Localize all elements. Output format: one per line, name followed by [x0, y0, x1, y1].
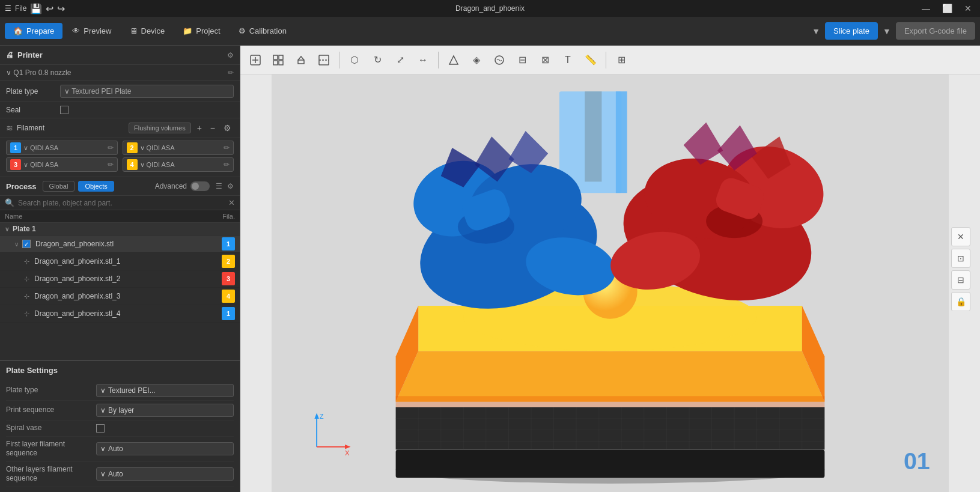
scene-svg: Z X 01: [240, 74, 980, 492]
support-button[interactable]: [443, 50, 464, 70]
measure-button[interactable]: 📏: [580, 50, 601, 70]
toggle-knob: [192, 183, 199, 190]
project-tab[interactable]: 📁 Project: [174, 23, 228, 39]
tree-row-part2[interactable]: ⊹ Dragon_and_phoenix.stl_2 3: [0, 270, 240, 288]
tree-row-part4[interactable]: ⊹ Dragon_and_phoenix.stl_4 1: [0, 305, 240, 323]
setting-label-2: Spiral vase: [6, 424, 96, 433]
maximize-button[interactable]: ⬜: [939, 2, 956, 14]
mesh-bool-button[interactable]: ⊠: [535, 50, 555, 70]
setting-checkbox-2[interactable]: [96, 424, 105, 433]
search-input[interactable]: [18, 199, 225, 207]
viewport-fit-button[interactable]: ⊡: [951, 249, 970, 268]
minimize-button[interactable]: —: [918, 2, 934, 14]
filament-2-selector[interactable]: 2 ∨ QIDI ASA ✏: [123, 141, 234, 155]
tree-rows: ∨ Plate 1 ∨ ✓ Dragon_and_phoenix.stl 1 ⊹…: [0, 223, 240, 323]
emboss-button[interactable]: T: [558, 50, 578, 70]
filament-3-selector[interactable]: 3 ∨ QIDI ASA ✏: [6, 157, 118, 172]
filament-3-badge: 3: [10, 159, 21, 170]
tree-fila-part2: 3: [222, 272, 235, 285]
printer-settings-icon[interactable]: ⚙: [227, 51, 234, 59]
toolbar-strip: ⬡ ↻ ⤢ ↔ ◈ ⊟ ⊠ T 📏 ⊞: [240, 46, 980, 74]
svg-text:X: X: [345, 449, 350, 457]
title-bar-left: ☰ File 💾 ↩ ↪: [5, 3, 65, 14]
printer-icon: 🖨: [6, 50, 14, 59]
tree-expand-plate1[interactable]: ∨: [5, 226, 9, 232]
dropdown-arrow-slice[interactable]: ▼: [812, 26, 820, 36]
advanced-toggle[interactable]: [190, 181, 210, 191]
search-clear-icon[interactable]: ✕: [228, 198, 235, 207]
save-icon[interactable]: 💾: [30, 3, 42, 14]
remove-filament-button[interactable]: −: [208, 122, 218, 134]
dropdown-arrow-export[interactable]: ▼: [883, 26, 891, 36]
printer-edit-icon[interactable]: ✏: [228, 68, 234, 77]
tree-row-plate1[interactable]: ∨ Plate 1: [0, 223, 240, 235]
prepare-tab[interactable]: 🏠 Prepare: [5, 23, 62, 39]
export-gcode-button[interactable]: Export G-code file: [896, 22, 975, 40]
calibration-tab[interactable]: ⚙ Calibration: [230, 23, 295, 39]
process-settings-icon[interactable]: ⚙: [227, 182, 234, 190]
tree-row-part3[interactable]: ⊹ Dragon_and_phoenix.stl_3 4: [0, 288, 240, 305]
arrange-button[interactable]: [268, 50, 288, 70]
move-button[interactable]: ⬡: [344, 50, 365, 70]
undo-icon[interactable]: ↩: [46, 3, 53, 14]
preview-icon: 👁: [72, 26, 80, 35]
global-tab[interactable]: Global: [43, 181, 75, 192]
tree-checkbox-model1[interactable]: ✓: [22, 240, 31, 248]
scale-button[interactable]: ⤢: [390, 50, 410, 70]
tree-row-model1[interactable]: ∨ ✓ Dragon_and_phoenix.stl 1: [0, 235, 240, 253]
redo-icon[interactable]: ↪: [57, 3, 65, 14]
rotate-button[interactable]: ↻: [367, 50, 388, 70]
slice-label: Slice plate: [833, 26, 869, 35]
svg-marker-43: [396, 396, 825, 407]
tree-fila-part4: 1: [222, 307, 235, 320]
viewport-close-button[interactable]: ✕: [951, 227, 970, 246]
prepare-icon: 🏠: [13, 26, 23, 35]
filament-4-edit-icon[interactable]: ✏: [224, 160, 230, 169]
filament-1-selector[interactable]: 1 ∨ QIDI ASA ✏: [6, 141, 118, 155]
file-menu-label[interactable]: File: [15, 4, 26, 13]
tree-header: Name Fila.: [0, 210, 240, 223]
add-object-button[interactable]: [245, 50, 266, 70]
setting-value-1: ∨ By layer: [96, 404, 234, 417]
filament-settings-icon[interactable]: ⚙: [221, 122, 234, 134]
height-map-button[interactable]: ⊟: [512, 50, 532, 70]
seal-checkbox[interactable]: [60, 106, 68, 114]
plate-type-value: Textured PEI Plate: [72, 87, 131, 96]
file-menu-icon[interactable]: ☰: [5, 4, 11, 13]
slice-plate-button[interactable]: Slice plate: [825, 22, 878, 40]
setting-select-3[interactable]: ∨ Auto: [96, 442, 234, 455]
tree-name-model1: Dragon_and_phoenix.stl: [35, 240, 219, 248]
auto-orient-button[interactable]: [291, 50, 311, 70]
plate-type-select[interactable]: ∨ Textured PEI Plate: [60, 85, 234, 98]
mirror-button[interactable]: ↔: [413, 50, 433, 70]
filament-2-edit-icon[interactable]: ✏: [224, 144, 230, 152]
tree-table: Name Fila. ∨ Plate 1 ∨ ✓ Dragon_and_phoe…: [0, 210, 240, 360]
setting-select-0[interactable]: ∨ Textured PEI...: [96, 384, 234, 397]
slice-view-button[interactable]: [314, 50, 334, 70]
close-button[interactable]: ✕: [961, 2, 975, 14]
device-tab[interactable]: 🖥 Device: [121, 23, 174, 39]
filament-3-edit-icon[interactable]: ✏: [108, 160, 114, 169]
tree-name-plate1: Plate 1: [13, 225, 235, 233]
tree-expand-model1[interactable]: ∨: [14, 241, 19, 248]
objects-tab[interactable]: Objects: [78, 181, 114, 192]
seal-row: Seal: [0, 102, 240, 118]
add-filament-button[interactable]: +: [195, 122, 204, 134]
device-icon: 🖥: [130, 26, 138, 35]
filament-icon: ≋: [6, 123, 13, 133]
fuzzy-button[interactable]: [489, 50, 510, 70]
process-list-icon[interactable]: ☰: [216, 182, 222, 190]
calibration-label: Calibration: [249, 26, 287, 35]
seam-button[interactable]: ◈: [466, 50, 487, 70]
preview-tab[interactable]: 👁 Preview: [64, 23, 120, 39]
plate-settings-rows: Plate type ∨ Textured PEI... Print seque…: [6, 381, 234, 487]
tree-row-part1[interactable]: ⊹ Dragon_and_phoenix.stl_1 2: [0, 253, 240, 270]
setting-select-4[interactable]: ∨ Auto: [96, 467, 234, 481]
setting-select-1[interactable]: ∨ By layer: [96, 404, 234, 417]
viewport-lock-button[interactable]: 🔒: [951, 292, 970, 311]
flushing-volumes-button[interactable]: Flushing volumes: [129, 123, 191, 133]
assembly-button[interactable]: ⊞: [611, 50, 632, 70]
viewport-zoom-button[interactable]: ⊟: [951, 270, 970, 290]
filament-4-selector[interactable]: 4 ∨ QIDI ASA ✏: [123, 157, 234, 172]
filament-1-edit-icon[interactable]: ✏: [108, 144, 114, 152]
